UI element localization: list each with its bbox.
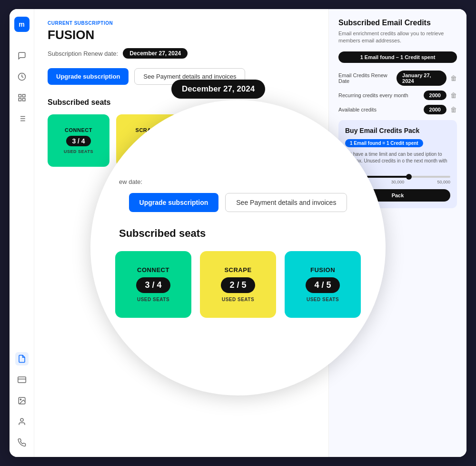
clock-icon[interactable]	[15, 70, 29, 83]
person-icon[interactable]	[15, 415, 29, 428]
connect-seat-count: 3 / 4	[66, 136, 90, 146]
renew-date-value: January 27, 2024	[397, 71, 446, 86]
grid-icon[interactable]	[15, 91, 29, 104]
trash-icon-recurring[interactable]: 🗑	[450, 91, 457, 99]
circle-fusion-name: FUSION	[310, 266, 335, 274]
svg-rect-1	[19, 94, 21, 97]
circle-scrape-name: SCRAPE	[224, 266, 251, 274]
renew-row: Subscription Renew date: December 27, 20…	[48, 48, 315, 59]
circle-scrape-label: USED SEATS	[222, 297, 254, 302]
circle-scrape-count: 2 / 5	[221, 277, 255, 293]
current-subscription-label: CURRENT SUBSCRIPTION	[48, 20, 315, 26]
available-label: Available credits	[338, 107, 377, 112]
card-icon[interactable]	[15, 373, 29, 386]
circle-upgrade-button[interactable]: Upgrade subscription	[129, 193, 219, 212]
connect-seat-card: CONNECT 3 / 4 USED SEATS	[48, 114, 109, 167]
chat-icon[interactable]	[15, 49, 29, 62]
slider-label-50k: 50,000	[437, 180, 450, 184]
plan-title: FUSION	[48, 28, 315, 42]
circle-action-buttons: Upgrade subscription See Payment details…	[129, 193, 347, 212]
slider-thumb[interactable]	[406, 174, 412, 180]
circle-fusion-card: FUSION 4 / 5 USED SEATS	[285, 251, 361, 318]
buy-credits-title: Buy Email Credits Pack	[345, 127, 450, 134]
circle-payment-button[interactable]: See Payment details and invoices	[225, 193, 347, 212]
renew-date-label: Email Credits Renew Date	[338, 72, 397, 84]
app-logo[interactable]: m	[14, 17, 30, 32]
trash-icon-available[interactable]: 🗑	[450, 106, 457, 113]
available-row: Available credits 2000 🗑	[338, 105, 457, 114]
connect-seat-name: CONNECT	[65, 127, 92, 133]
circle-scrape-card: SCRAPE 2 / 5 USED SEATS	[200, 251, 276, 318]
list-icon[interactable]	[15, 112, 29, 125]
recurring-label: Recurring credits every month	[338, 92, 408, 98]
svg-point-15	[20, 418, 23, 421]
recurring-row: Recurring credits every month 2000 🗑	[338, 91, 457, 100]
circle-seats-row: CONNECT 3 / 4 USED SEATS SCRAPE 2 / 5 US…	[115, 251, 361, 318]
panel-desc: Email enrichment credits allow you to re…	[338, 30, 457, 45]
trash-icon-renew[interactable]: 🗑	[450, 74, 457, 82]
image-icon[interactable]	[15, 394, 29, 407]
slider-label-30k: 30,000	[391, 180, 405, 184]
svg-rect-11	[18, 377, 26, 383]
tooltip-date-badge: December 27, 2024	[171, 80, 265, 99]
circle-connect-card: CONNECT 3 / 4 USED SEATS	[115, 251, 191, 318]
circle-connect-label: USED SEATS	[137, 297, 169, 302]
circle-renew-label: ew date:	[119, 178, 142, 185]
renew-date-badge: December 27, 2024	[123, 48, 188, 59]
connect-seat-label: USED SEATS	[64, 149, 93, 154]
circle-fusion-count: 4 / 5	[306, 277, 339, 293]
buy-badge: 1 Email found = 1 Credit spent	[345, 139, 423, 147]
credit-info-badge: 1 Email found – 1 Credit spent	[338, 51, 457, 63]
receipt-icon[interactable]	[15, 352, 29, 365]
circle-fusion-label: USED SEATS	[307, 297, 339, 302]
svg-point-14	[20, 399, 21, 400]
phone-icon[interactable]	[15, 436, 29, 449]
circle-connect-name: CONNECT	[137, 266, 169, 274]
panel-title: Subscribed Email Credits	[338, 19, 457, 27]
recurring-value: 2000	[424, 91, 446, 100]
available-value: 2000	[424, 105, 446, 114]
svg-rect-4	[22, 99, 25, 101]
zoom-circle-overlay: ew date: Upgrade subscription See Paymen…	[90, 100, 386, 395]
svg-rect-3	[19, 99, 21, 101]
circle-connect-count: 3 / 4	[136, 277, 170, 293]
sidebar: m	[10, 9, 34, 457]
upgrade-subscription-button[interactable]: Upgrade subscription	[48, 68, 129, 85]
svg-rect-2	[22, 94, 25, 97]
circle-seats-title: Subscribed seats	[119, 227, 206, 240]
renew-date-row: Email Credits Renew Date January 27, 202…	[338, 71, 457, 86]
renew-label: Subscription Renew date:	[48, 50, 118, 57]
